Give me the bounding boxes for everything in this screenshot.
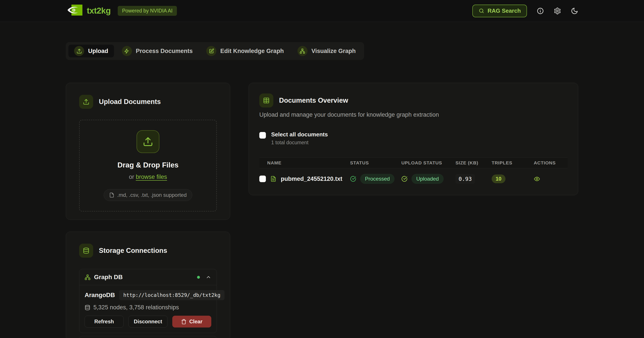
network-icon [298, 46, 308, 56]
graph-db-provider: ArangoDB [84, 292, 115, 299]
upload-icon [79, 95, 93, 109]
brand: txt2kg Powered by NVIDIA AI [66, 4, 177, 18]
column-size: SIZE (KB) [448, 160, 484, 166]
main-tab-bar: Upload Process Documents Edit Knowledge … [66, 42, 364, 60]
column-status: STATUS [342, 160, 394, 166]
column-triples: TRIPLES [484, 160, 526, 166]
size-value: 0.93 [456, 174, 475, 184]
tab-edit-knowledge-graph[interactable]: Edit Knowledge Graph [200, 45, 290, 57]
tab-process-documents-label: Process Documents [136, 48, 193, 54]
database-icon [79, 244, 93, 258]
info-button[interactable] [536, 7, 544, 15]
storage-card-title: Storage Connections [99, 247, 167, 255]
vector-db-section: Vector DB [79, 336, 217, 338]
dropzone-subtext: or browse files [84, 173, 212, 180]
documents-table: NAME STATUS UPLOAD STATUS SIZE (KB) TRIP… [259, 158, 568, 189]
moon-icon [571, 7, 578, 15]
tab-upload[interactable]: Upload [68, 45, 114, 57]
column-upload-status: UPLOAD STATUS [394, 160, 448, 166]
document-name: pubmed_24552120.txt [281, 175, 342, 182]
table-row: pubmed_24552120.txt Processed [259, 168, 568, 189]
tab-upload-label: Upload [88, 48, 108, 54]
network-icon [84, 274, 90, 280]
graph-db-stats: 5,325 nodes, 3,758 relationships [94, 304, 179, 311]
clear-button[interactable]: Clear [172, 316, 211, 328]
upload-status-badge: Uploaded [412, 174, 444, 184]
vector-db-header[interactable]: Vector DB [79, 336, 216, 338]
tab-process-documents[interactable]: Process Documents [116, 45, 198, 57]
upload-card-title: Upload Documents [99, 98, 161, 106]
documents-card-subtitle: Upload and manage your documents for kno… [259, 111, 568, 118]
or-text: or [129, 173, 134, 180]
status-badge: Processed [360, 174, 394, 184]
documents-card-title: Documents Overview [279, 97, 348, 104]
table-grid-icon [259, 93, 273, 108]
file-icon [109, 192, 114, 198]
connected-status-dot [197, 276, 200, 279]
file-text-icon [270, 176, 276, 182]
tab-visualize-graph-label: Visualize Graph [312, 48, 356, 54]
check-circle-icon [401, 176, 408, 182]
documents-table-header: NAME STATUS UPLOAD STATUS SIZE (KB) TRIP… [259, 158, 568, 168]
rag-search-label: RAG Search [488, 7, 521, 14]
database-icon [84, 305, 90, 311]
upload-documents-card: Upload Documents Drag & Drop Files or br… [66, 83, 230, 220]
disconnect-button[interactable]: Disconnect [128, 316, 168, 328]
graph-db-url: http://localhost:8529/_db/txt2kg [119, 290, 224, 300]
graph-db-section: Graph DB ArangoDB http://localhost:8529/… [79, 269, 217, 333]
storage-connections-card: Storage Connections Graph DB [66, 232, 230, 338]
row-checkbox[interactable] [259, 175, 266, 182]
rag-search-button[interactable]: RAG Search [472, 4, 527, 17]
upload-icon [74, 46, 84, 56]
trash-icon [181, 319, 186, 325]
column-actions: ACTIONS [526, 160, 568, 166]
tab-edit-knowledge-graph-label: Edit Knowledge Graph [220, 48, 284, 54]
select-all-checkbox[interactable] [259, 132, 266, 139]
nvidia-logo-icon [66, 4, 83, 18]
powered-by-badge: Powered by NVIDIA AI [118, 6, 177, 16]
clear-button-label: Clear [189, 319, 202, 325]
column-name: NAME [259, 160, 342, 166]
supported-formats-label: .md, .csv, .txt, .json supported [117, 192, 186, 198]
refresh-button[interactable]: Refresh [84, 316, 124, 328]
theme-toggle-button[interactable] [571, 7, 578, 15]
chevron-up-icon [206, 274, 211, 280]
graph-db-label: Graph DB [94, 274, 123, 281]
upload-icon [136, 130, 159, 153]
graph-db-header[interactable]: Graph DB [79, 269, 216, 285]
settings-button[interactable] [554, 7, 561, 15]
total-documents-count: 1 total document [271, 140, 328, 146]
browse-files-link[interactable]: browse files [136, 173, 167, 180]
file-dropzone[interactable]: Drag & Drop Files or browse files .md, .… [79, 120, 217, 211]
eye-icon[interactable] [534, 176, 540, 182]
tab-visualize-graph[interactable]: Visualize Graph [292, 45, 362, 57]
info-icon [536, 7, 544, 15]
search-icon [478, 8, 484, 14]
triples-badge: 10 [492, 174, 506, 183]
app-title: txt2kg [87, 6, 111, 15]
check-circle-icon [350, 176, 356, 182]
dropzone-title: Drag & Drop Files [84, 161, 212, 169]
documents-overview-card: Documents Overview Upload and manage you… [248, 83, 578, 195]
select-all-label: Select all documents [271, 131, 328, 138]
zap-icon [122, 46, 132, 56]
edit-pen-icon [206, 46, 216, 56]
app-header: txt2kg Powered by NVIDIA AI RAG Search [0, 0, 644, 22]
gear-icon [554, 7, 561, 15]
supported-formats-badge: .md, .csv, .txt, .json supported [104, 189, 192, 201]
